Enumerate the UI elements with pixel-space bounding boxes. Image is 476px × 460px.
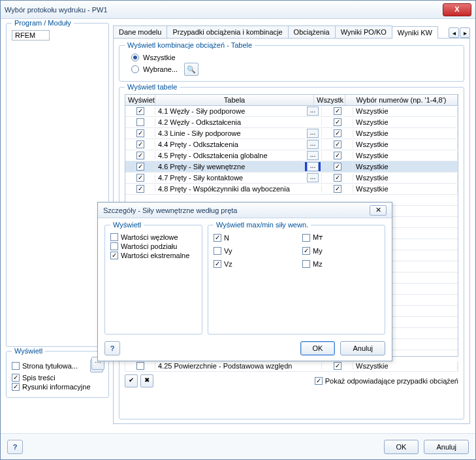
row-all-checkbox[interactable] <box>334 107 341 115</box>
details-force-checkbox[interactable] <box>214 247 221 255</box>
row-show-checkbox[interactable] <box>136 185 144 193</box>
row-show-checkbox[interactable] <box>136 107 144 115</box>
row-details-button[interactable]: ... <box>307 162 319 171</box>
tree-item-rfem[interactable]: RFEM <box>12 30 50 41</box>
row-show-checkbox[interactable] <box>136 362 144 370</box>
th-all: Wszystk <box>314 95 345 105</box>
details-cancel-button[interactable]: Anuluj <box>340 341 385 355</box>
row-details-button[interactable]: ... <box>307 151 319 160</box>
details-ok-button[interactable]: OK <box>300 341 336 355</box>
left-opt-checkbox[interactable] <box>12 374 20 382</box>
row-numbers[interactable]: Wszystkie <box>353 362 458 370</box>
left-opt-checkbox[interactable] <box>12 362 20 370</box>
th-nums: Wybór numerów (np. '1-4,8') <box>345 95 458 105</box>
display-options-label: Wyświetl <box>12 347 45 355</box>
row-all-checkbox[interactable] <box>334 129 341 137</box>
table-row[interactable]: 4.7 Pręty - Siły kontaktowe... Wszystkie <box>125 172 458 184</box>
table-row[interactable]: 4.5 Pręty - Odkształcenia globalne... Ws… <box>125 150 458 161</box>
program-modules-label: Program / Moduły <box>12 19 74 27</box>
radio-all-label: Wszystkie <box>143 54 176 61</box>
row-all-checkbox[interactable] <box>334 174 341 182</box>
main-window: Wybór protokołu wydruku - PW1 X Program … <box>0 0 476 460</box>
row-table-name: 4.5 Pręty - Odkształcenia globalne... <box>155 151 322 160</box>
row-show-checkbox[interactable] <box>136 118 144 126</box>
row-show-checkbox[interactable] <box>136 129 144 137</box>
row-all-checkbox[interactable] <box>334 163 341 171</box>
row-numbers[interactable]: Wszystkie <box>353 152 458 159</box>
combinations-group: Wyświetl kombinacje obciążeń - Tabele Ws… <box>119 45 464 82</box>
row-numbers[interactable]: Wszystkie <box>353 163 458 171</box>
table-row[interactable]: 4.4 Pręty - Odkształcenia... Wszystkie <box>125 139 458 150</box>
show-load-cases-checkbox[interactable] <box>315 377 323 385</box>
row-table-name: 4.2 Węzły - Odkształcenia <box>155 118 322 126</box>
tab-scroll-right-button[interactable]: ▸ <box>460 27 470 38</box>
pick-selected-button[interactable]: 🔍 <box>184 63 198 76</box>
details-force-label: My <box>313 247 379 255</box>
details-display-group: Wyświetl Wartości węzłoweWartości podzia… <box>104 225 202 335</box>
row-table-name: 4.3 Linie - Siły podporowe... <box>155 129 322 138</box>
details-force-checkbox[interactable] <box>214 234 221 242</box>
details-help-button[interactable]: ? <box>104 341 120 355</box>
row-show-checkbox[interactable] <box>136 152 144 159</box>
tables-group-title: Wyświetl tabele <box>125 83 180 91</box>
table-row[interactable]: 4.2 Węzły - Odkształcenia Wszystkie <box>125 117 458 128</box>
table-row[interactable]: 4.6 Pręty - Siły wewnętrzne... Wszystkie <box>125 161 458 172</box>
details-force-checkbox[interactable] <box>302 247 310 255</box>
row-details-button[interactable]: ... <box>307 129 319 138</box>
details-forces-title: Wyświetl max/min siły wewn. <box>214 221 311 229</box>
radio-selected[interactable] <box>131 65 139 73</box>
row-all-checkbox[interactable] <box>334 140 341 148</box>
row-details-button[interactable]: ... <box>307 173 319 182</box>
details-dialog-close-button[interactable]: ✕ <box>370 205 387 216</box>
row-all-checkbox[interactable] <box>334 118 341 126</box>
deselect-all-button[interactable]: ✖ <box>140 374 153 387</box>
table-header: Wyświet Tabela Wszystk Wybór numerów (np… <box>125 95 458 106</box>
table-row[interactable]: 4.1 Węzły - Siły podporowe... Wszystkie <box>125 106 458 117</box>
row-numbers[interactable]: Wszystkie <box>353 174 458 182</box>
row-show-checkbox[interactable] <box>136 163 144 171</box>
row-numbers[interactable]: Wszystkie <box>353 129 458 137</box>
radio-all[interactable] <box>131 54 139 61</box>
row-details-button[interactable]: ... <box>307 107 319 116</box>
ok-button[interactable]: OK <box>384 440 419 454</box>
details-display-title: Wyświetl <box>110 221 144 229</box>
details-dialog: Szczegóły - Siły wewnętrzne według pręta… <box>97 202 392 361</box>
row-details-button[interactable]: ... <box>307 140 319 149</box>
select-all-button[interactable]: ✔ <box>125 374 138 387</box>
help-button[interactable]: ? <box>7 440 23 454</box>
details-force-checkbox[interactable] <box>214 260 221 268</box>
window-title: Wybór protokołu wydruku - PW1 <box>5 6 443 14</box>
tab-1[interactable]: Przypadki obciążenia i kombinacje <box>167 25 288 38</box>
row-numbers[interactable]: Wszystkie <box>353 107 458 115</box>
details-left-checkbox[interactable] <box>110 233 118 241</box>
row-table-name: 4.8 Pręty - Współczynniki dla wyboczenia <box>155 185 322 193</box>
details-left-checkbox[interactable] <box>110 252 118 259</box>
row-show-checkbox[interactable] <box>136 140 144 148</box>
tab-3[interactable]: Wyniki PO/KO <box>335 25 392 38</box>
table-row[interactable]: 4.25 Powierzchnie - Podstawowa względn W… <box>125 361 458 372</box>
row-all-checkbox[interactable] <box>334 362 341 370</box>
row-table-name: 4.6 Pręty - Siły wewnętrzne... <box>155 162 322 171</box>
row-numbers[interactable]: Wszystkie <box>353 118 458 126</box>
combinations-group-title: Wyświetl kombinacje obciążeń - Tabele <box>125 41 255 49</box>
cancel-button[interactable]: Anuluj <box>424 440 469 454</box>
row-numbers[interactable]: Wszystkie <box>353 140 458 148</box>
table-row[interactable]: 4.8 Pręty - Współczynniki dla wyboczenia… <box>125 184 458 195</box>
window-close-button[interactable]: X <box>443 3 471 16</box>
tab-4[interactable]: Wyniki KW <box>392 26 438 39</box>
row-all-checkbox[interactable] <box>334 152 341 159</box>
details-dialog-title: Szczegóły - Siły wewnętrzne według pręta <box>103 206 370 214</box>
row-all-checkbox[interactable] <box>334 185 341 193</box>
left-opt-label: Strona tytułowa... <box>22 362 87 370</box>
program-modules-group: Program / Moduły RFEM <box>6 23 109 347</box>
tab-0[interactable]: Dane modelu <box>113 25 167 38</box>
row-numbers[interactable]: Wszystkie <box>353 185 458 193</box>
row-show-checkbox[interactable] <box>136 174 144 182</box>
tab-scroll-left-button[interactable]: ◂ <box>449 27 459 38</box>
tab-2[interactable]: Obciążenia <box>288 25 336 38</box>
details-left-checkbox[interactable] <box>110 242 118 250</box>
details-force-checkbox[interactable] <box>302 260 310 268</box>
table-row[interactable]: 4.3 Linie - Siły podporowe... Wszystkie <box>125 128 458 139</box>
left-opt-checkbox[interactable] <box>12 383 20 391</box>
details-force-checkbox[interactable] <box>302 234 310 242</box>
